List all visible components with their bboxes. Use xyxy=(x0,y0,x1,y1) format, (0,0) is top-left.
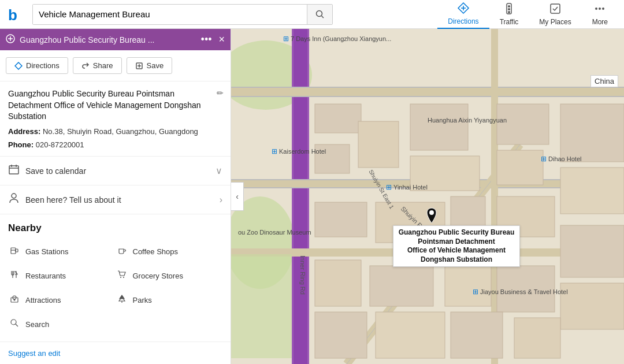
suggest-edit-link[interactable]: Suggest an edit xyxy=(8,349,60,358)
save-button[interactable]: Save xyxy=(127,57,173,74)
svg-rect-71 xyxy=(315,260,361,306)
phone-row: Phone: 020-87220001 xyxy=(8,140,222,149)
huanghua-label: Huanghua Aixin Yiyangyuan xyxy=(428,117,507,124)
svg-rect-22 xyxy=(9,166,18,174)
edit-icon[interactable]: ✏ xyxy=(217,88,224,98)
svg-point-10 xyxy=(508,11,510,13)
svg-rect-60 xyxy=(410,104,468,150)
save-calendar-text: Save to calendar xyxy=(25,166,216,176)
nav-directions[interactable]: Directions xyxy=(437,0,489,29)
svg-rect-80 xyxy=(231,254,292,358)
main-area: Guangzhou Public Security Bureau ... •••… xyxy=(0,29,624,364)
nearby-search[interactable]: Search xyxy=(8,315,116,333)
nearby-attractions[interactable]: Attractions xyxy=(8,291,116,309)
gas-station-icon xyxy=(8,246,21,257)
svg-point-81 xyxy=(429,210,434,215)
nearby-gas-stations[interactable]: Gas Stations xyxy=(8,242,116,261)
svg-rect-63 xyxy=(497,150,543,185)
svg-rect-64 xyxy=(560,104,624,162)
nearby-coffee-shops[interactable]: Coffee Shops xyxy=(116,242,223,261)
place-info: Guangzhou Public Security Bureau Pointsm… xyxy=(0,81,231,157)
svg-text:b: b xyxy=(8,6,17,24)
save-icon xyxy=(135,62,143,70)
map-area[interactable]: ‹ China ⊞ 7 Days Inn (Guangzhou Xiangyun… xyxy=(231,29,624,364)
svg-point-12 xyxy=(595,8,597,10)
nav-myplaces[interactable]: My Places xyxy=(529,0,581,28)
search-box xyxy=(32,4,333,25)
search-input[interactable] xyxy=(33,5,307,24)
grocery-icon xyxy=(116,270,128,281)
nav-traffic-label: Traffic xyxy=(500,18,519,26)
nearby-grocery-label: Grocery Stores xyxy=(133,272,183,280)
svg-point-9 xyxy=(508,8,510,10)
share-button[interactable]: Share xyxy=(73,57,122,74)
hotel-icon-dihao: ⊞ xyxy=(541,155,547,163)
svg-point-13 xyxy=(599,8,601,10)
nav-myplaces-label: My Places xyxy=(539,18,571,26)
directions-button[interactable]: Directions xyxy=(6,57,68,74)
nearby-attractions-label: Attractions xyxy=(25,296,61,304)
info-bar-close-button[interactable]: × xyxy=(218,34,225,46)
svg-point-2 xyxy=(316,10,322,16)
map-place-label: Guangzhou Public Security Bureau Pointsm… xyxy=(393,225,520,267)
svg-point-14 xyxy=(602,8,604,10)
svg-rect-11 xyxy=(551,4,560,13)
svg-rect-27 xyxy=(11,248,16,254)
nearby-restaurants-label: Restaurants xyxy=(25,272,66,280)
svg-rect-77 xyxy=(376,312,445,358)
hotel-yinhai: ⊞ Yinhai Hotel xyxy=(386,183,428,191)
nearby-parks[interactable]: Parks xyxy=(116,291,223,309)
info-bar: Guangzhou Public Security Bureau ... •••… xyxy=(0,29,231,50)
place-name: Guangzhou Public Security Bureau Pointsm… xyxy=(8,88,222,122)
svg-rect-78 xyxy=(451,312,503,358)
calendar-icon xyxy=(8,164,25,178)
address-row: Address: No.38, Shuiyin Road, Guangzhou,… xyxy=(8,127,222,136)
svg-rect-48 xyxy=(231,87,624,88)
nearby-grocery-stores[interactable]: Grocery Stores xyxy=(116,266,223,285)
china-label: China xyxy=(590,75,618,87)
svg-rect-75 xyxy=(560,283,624,329)
hotel-icon-yinhai: ⊞ xyxy=(386,183,392,191)
nearby-restaurants[interactable]: Restaurants xyxy=(8,266,116,285)
expand-chevron-icon: ∨ xyxy=(216,165,222,176)
save-to-calendar-row[interactable]: Save to calendar ∨ xyxy=(0,157,231,185)
svg-point-36 xyxy=(14,299,16,301)
nearby-parks-label: Parks xyxy=(133,296,152,304)
top-nav: Directions Traffic My Places More xyxy=(437,0,618,29)
nearby-grid: Gas Stations Coffee Shops Restaurants xyxy=(8,242,222,333)
been-here-row[interactable]: Been here? Tell us about it › xyxy=(0,185,231,214)
svg-line-3 xyxy=(321,16,324,18)
search-icon xyxy=(315,10,325,19)
svg-rect-73 xyxy=(445,266,491,306)
info-bar-more-button[interactable]: ••• xyxy=(201,34,212,46)
hotel-icon-jiayou: ⊞ xyxy=(473,288,478,296)
coffee-icon xyxy=(116,246,128,257)
svg-rect-76 xyxy=(315,312,367,358)
attractions-icon xyxy=(8,294,21,306)
svg-line-41 xyxy=(16,324,18,326)
more-icon xyxy=(593,2,606,17)
nearby-search-icon xyxy=(8,318,21,330)
traffic-icon xyxy=(503,2,515,17)
svg-rect-72 xyxy=(370,266,433,306)
svg-point-26 xyxy=(12,194,16,198)
bing-logo: b xyxy=(6,4,27,25)
zoo-label: ou Zoo Dinosaur Museum xyxy=(238,228,311,236)
phone-value: 020-87220001 xyxy=(36,140,84,149)
search-button[interactable] xyxy=(307,5,332,24)
search-pin-icon xyxy=(6,34,15,45)
collapse-panel-button[interactable]: ‹ xyxy=(231,182,244,211)
svg-rect-47 xyxy=(231,87,624,97)
hotel-jiayou: ⊞ Jiayou Business & Travel Hotel xyxy=(473,288,568,296)
nav-more[interactable]: More xyxy=(582,0,618,28)
action-buttons: Directions Share Save xyxy=(0,50,231,81)
nav-traffic[interactable]: Traffic xyxy=(489,0,529,28)
nearby-coffee-label: Coffee Shops xyxy=(133,247,179,256)
parks-icon xyxy=(116,294,128,306)
pin-icon xyxy=(425,207,438,223)
info-bar-title: Guangzhou Public Security Bureau ... xyxy=(20,35,196,44)
svg-point-40 xyxy=(11,320,16,325)
hotel-kaiserdom: ⊞ Kaiserdom Hotel xyxy=(272,147,326,155)
nearby-search-label: Search xyxy=(25,320,49,329)
share-icon xyxy=(81,62,90,70)
